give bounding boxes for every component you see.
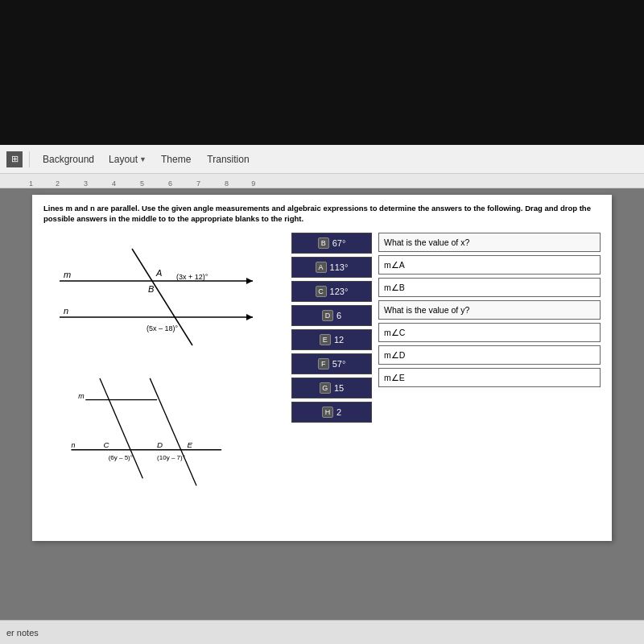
svg-line-8 xyxy=(150,378,196,485)
answer-chip-f[interactable]: F 57° xyxy=(291,353,372,374)
ruler-mark-7: 7 xyxy=(196,180,200,188)
toolbar: ⊞ Background Layout ▼ Theme Transition xyxy=(0,145,644,174)
chip-letter-d: D xyxy=(322,310,333,321)
chip-value-c: 123° xyxy=(330,287,349,296)
answer-chip-b[interactable]: B 67° xyxy=(291,233,372,254)
diagram2-c-label: C xyxy=(103,440,109,449)
chip-letter-g: G xyxy=(320,382,331,394)
slide-paper: Lines m and n are parallel. Use the give… xyxy=(32,195,612,541)
answer-chip-c[interactable]: C 123° xyxy=(291,281,372,302)
background-button[interactable]: Background xyxy=(36,151,101,167)
ruler-mark-4: 4 xyxy=(112,180,116,188)
bottom-bar: er notes xyxy=(0,620,644,644)
question-y-box[interactable]: What is the value of y? xyxy=(378,300,601,320)
diagram1-expr2: (5x – 18)° xyxy=(147,324,179,332)
toolbar-separator xyxy=(29,151,30,167)
ruler-mark-9: 9 xyxy=(251,180,255,188)
chip-value-e: 12 xyxy=(334,335,344,345)
svg-marker-1 xyxy=(246,278,253,284)
chip-letter-b: B xyxy=(318,237,329,249)
answer-bank: B 67° A 113° C 123° D 6 xyxy=(291,233,372,423)
chip-value-b: 67° xyxy=(332,238,346,248)
diagram2-d-label: D xyxy=(157,440,163,449)
diagram2-e-label: E xyxy=(187,440,192,449)
chip-letter-f: F xyxy=(318,358,329,369)
ruler-mark-8: 8 xyxy=(225,180,229,188)
answer-box-mc[interactable]: m∠C xyxy=(378,323,601,342)
diagram2-expr3: (6y – 5)° xyxy=(109,454,133,461)
chip-value-g: 15 xyxy=(334,383,344,393)
diagram2-expr4: (10y – 7)° xyxy=(157,454,185,461)
answer-ma-label: m∠A xyxy=(384,260,405,270)
answer-chip-g[interactable]: G 15 xyxy=(291,378,372,398)
diagram1-b-label: B xyxy=(148,284,154,294)
question-y-label: What is the value of y? xyxy=(384,305,469,315)
layout-label: Layout xyxy=(109,154,138,165)
notes-label: er notes xyxy=(6,628,39,638)
content-wrapper: ⊞ Background Layout ▼ Theme Transition 1… xyxy=(0,145,644,620)
diagram-area: m A (3x + 12)° B n xyxy=(43,233,285,503)
layout-dropdown[interactable]: Layout ▼ xyxy=(104,151,151,167)
chip-letter-e: E xyxy=(320,334,331,345)
ruler-marks: 1 2 3 4 5 6 7 8 9 xyxy=(2,174,642,188)
window-icon[interactable]: ⊞ xyxy=(6,151,23,167)
chip-value-f: 57° xyxy=(332,359,346,369)
ruler-mark-3: 3 xyxy=(84,180,88,188)
answer-box-me[interactable]: m∠E xyxy=(378,368,601,387)
chip-letter-h: H xyxy=(322,407,333,418)
diagram1-m-label: m xyxy=(64,270,71,279)
instructions-text: Lines m and n are parallel. Use the give… xyxy=(43,203,601,225)
svg-marker-4 xyxy=(246,314,253,320)
diagram2-m-label: m xyxy=(78,391,84,399)
diagram1-svg: m A (3x + 12)° B n xyxy=(43,233,285,361)
answer-mc-label: m∠C xyxy=(384,328,405,337)
answer-box-ma[interactable]: m∠A xyxy=(378,255,601,275)
answer-box-mb[interactable]: m∠B xyxy=(378,278,601,297)
theme-button[interactable]: Theme xyxy=(155,151,197,167)
ruler-mark-2: 2 xyxy=(56,180,60,188)
chip-letter-c: C xyxy=(316,286,327,297)
diagram1-expr1: (3x + 12)° xyxy=(176,273,208,281)
chip-value-h: 2 xyxy=(336,407,341,417)
transition-button[interactable]: Transition xyxy=(200,151,255,167)
slide-wrapper: Lines m and n are parallel. Use the give… xyxy=(0,188,644,620)
answer-chip-d[interactable]: D 6 xyxy=(291,305,372,326)
diagram2-svg: m n C D E (6y – 5)° xyxy=(43,371,285,500)
top-black-area xyxy=(0,0,644,145)
layout-dropdown-arrow: ▼ xyxy=(139,155,147,163)
content-grid: m A (3x + 12)° B n xyxy=(43,233,601,503)
answer-boxes: What is the value of x? m∠A m∠B What is … xyxy=(378,233,601,387)
answer-box-md[interactable]: m∠D xyxy=(378,345,601,365)
diagram2-n-label: n xyxy=(71,441,75,449)
diagram1-n-label: n xyxy=(64,306,68,316)
ruler-mark-6: 6 xyxy=(168,180,172,188)
diagram1-a-label: A xyxy=(155,268,162,278)
answer-chip-e[interactable]: E 12 xyxy=(291,329,372,350)
chip-letter-a: A xyxy=(316,262,327,273)
chip-value-d: 6 xyxy=(336,311,341,320)
ruler-mark-1: 1 xyxy=(29,180,33,188)
answer-mb-label: m∠B xyxy=(384,283,405,292)
ruler-mark-5: 5 xyxy=(140,180,144,188)
answer-me-label: m∠E xyxy=(384,373,405,382)
answer-chip-h[interactable]: H 2 xyxy=(291,402,372,423)
ruler: 1 2 3 4 5 6 7 8 9 xyxy=(0,174,644,188)
question-x-label: What is the value of x? xyxy=(384,237,469,247)
answer-md-label: m∠D xyxy=(384,350,405,360)
answer-chip-a[interactable]: A 113° xyxy=(291,257,372,278)
question-x-box[interactable]: What is the value of x? xyxy=(378,233,601,252)
chip-value-a: 113° xyxy=(330,262,349,272)
svg-line-7 xyxy=(100,378,142,477)
